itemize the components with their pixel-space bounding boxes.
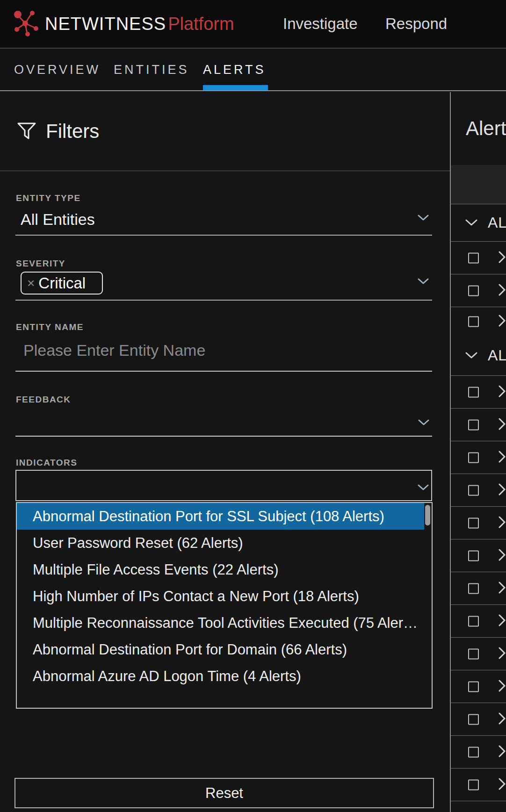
- filters-title: Filters: [46, 120, 99, 143]
- alert-row-expand-chevron-icon[interactable]: [499, 712, 506, 726]
- indicators-select[interactable]: [15, 470, 432, 501]
- entity-type-chevron-down-icon[interactable]: [418, 215, 429, 221]
- reset-button[interactable]: Reset: [14, 778, 434, 808]
- group-collapse-chevron-icon[interactable]: [465, 352, 477, 359]
- alert-row-expand-chevron-icon[interactable]: [499, 549, 506, 563]
- alert-row-expand-chevron-icon[interactable]: [499, 451, 506, 465]
- indicators-label: INDICATORS: [16, 458, 77, 468]
- alert-row: [451, 670, 506, 703]
- alert-row-checkbox[interactable]: [468, 252, 479, 263]
- alert-row-checkbox[interactable]: [468, 452, 479, 463]
- filters-header: Filters: [17, 120, 99, 143]
- alert-row-checkbox[interactable]: [468, 550, 479, 561]
- filters-divider: [0, 171, 450, 171]
- tab-alerts[interactable]: ALERTS: [203, 50, 266, 90]
- indicator-option[interactable]: Multiple Reconnaissance Tool Activities …: [17, 610, 432, 636]
- alerts-panel-title: Alert: [466, 92, 506, 165]
- tab-bar: OVERVIEW ENTITIES ALERTS: [0, 50, 506, 91]
- entity-type-underline: [15, 235, 432, 236]
- feedback-chevron-down-icon[interactable]: [418, 419, 429, 426]
- alert-row: [451, 441, 506, 474]
- alerts-table-rows: ALLALL: [451, 204, 506, 801]
- indicator-option[interactable]: User Password Reset (62 Alerts): [17, 530, 432, 556]
- alert-row-checkbox[interactable]: [468, 681, 479, 692]
- alert-row: [451, 539, 506, 572]
- alert-row-checkbox[interactable]: [468, 387, 479, 397]
- app-header: NETWITNESS Platform Investigate Respond: [0, 0, 506, 49]
- indicator-option[interactable]: Abnormal Azure AD Logon Time (4 Alerts): [17, 663, 432, 690]
- alert-row-expand-chevron-icon[interactable]: [499, 745, 506, 759]
- alert-row: [451, 638, 506, 670]
- indicators-option-list: Abnormal Destination Port for SSL Subjec…: [16, 502, 433, 709]
- alert-row: [451, 274, 506, 307]
- top-nav: Investigate Respond: [0, 0, 506, 48]
- indicator-option[interactable]: Abnormal Destination Port for SSL Subjec…: [17, 503, 424, 530]
- alert-row: [451, 242, 506, 274]
- alert-group-row[interactable]: ALL: [451, 204, 506, 242]
- alert-row-checkbox[interactable]: [468, 779, 479, 790]
- indicator-option[interactable]: Multiple File Access Events (22 Alerts): [17, 556, 432, 583]
- severity-chevron-down-icon[interactable]: [418, 278, 429, 285]
- chip-remove-icon[interactable]: ×: [27, 276, 35, 291]
- alert-row-expand-chevron-icon[interactable]: [499, 315, 506, 329]
- alerts-panel: Alert ALLALL: [450, 92, 506, 812]
- entity-name-underline: [15, 371, 432, 372]
- alert-row-checkbox[interactable]: [468, 648, 479, 659]
- alert-row-checkbox[interactable]: [468, 419, 479, 430]
- alert-row-checkbox[interactable]: [468, 517, 479, 528]
- alert-row-checkbox[interactable]: [468, 485, 479, 496]
- nav-respond[interactable]: Respond: [385, 0, 447, 48]
- alert-row-checkbox[interactable]: [468, 616, 479, 626]
- alert-row: [451, 376, 506, 409]
- alert-row-checkbox[interactable]: [468, 583, 479, 594]
- chip-label: Critical: [38, 274, 86, 292]
- alert-row-expand-chevron-icon[interactable]: [499, 516, 506, 530]
- severity-chip-critical[interactable]: × Critical: [21, 272, 103, 295]
- severity-underline: [15, 300, 432, 301]
- alert-row-expand-chevron-icon[interactable]: [499, 647, 506, 661]
- indicators-chevron-down-icon[interactable]: [418, 484, 429, 491]
- severity-label: SEVERITY: [16, 259, 65, 269]
- indicator-option[interactable]: Abnormal Destination Port for Domain (66…: [17, 636, 432, 663]
- feedback-label: FEEDBACK: [16, 395, 71, 405]
- alert-row: [451, 769, 506, 801]
- alert-row-checkbox[interactable]: [468, 316, 479, 327]
- alert-row-expand-chevron-icon[interactable]: [499, 251, 506, 265]
- alert-row: [451, 703, 506, 736]
- alert-row: [451, 507, 506, 539]
- entity-type-label: ENTITY TYPE: [16, 193, 81, 203]
- alert-row-checkbox[interactable]: [468, 714, 479, 725]
- alert-row-expand-chevron-icon[interactable]: [499, 582, 506, 596]
- alert-row: [451, 572, 506, 605]
- alert-row: [451, 307, 506, 336]
- alert-row: [451, 474, 506, 507]
- alert-group-row[interactable]: ALL: [451, 336, 506, 376]
- option-list-scrollbar[interactable]: [425, 505, 430, 525]
- filter-funnel-icon: [17, 122, 36, 141]
- alert-row-expand-chevron-icon[interactable]: [499, 483, 506, 497]
- alert-row-expand-chevron-icon[interactable]: [499, 385, 506, 399]
- group-collapse-chevron-icon[interactable]: [465, 219, 477, 226]
- alert-group-label: ALL: [488, 214, 506, 231]
- alert-row-checkbox[interactable]: [468, 747, 479, 757]
- tab-overview[interactable]: OVERVIEW: [14, 50, 101, 90]
- alert-row-checkbox[interactable]: [468, 285, 479, 296]
- nav-investigate[interactable]: Investigate: [283, 0, 358, 48]
- alert-row: [451, 605, 506, 638]
- entity-type-value[interactable]: All Entities: [21, 210, 95, 229]
- alert-row: [451, 736, 506, 769]
- alert-row: [451, 409, 506, 441]
- alert-row-expand-chevron-icon[interactable]: [499, 680, 506, 694]
- filters-panel: Filters ENTITY TYPE All Entities SEVERIT…: [0, 92, 450, 812]
- alert-row-expand-chevron-icon[interactable]: [499, 284, 506, 298]
- alert-row-expand-chevron-icon[interactable]: [499, 614, 506, 628]
- tab-entities[interactable]: ENTITIES: [114, 50, 189, 90]
- entity-name-label: ENTITY NAME: [16, 322, 84, 332]
- alert-row-expand-chevron-icon[interactable]: [499, 778, 506, 792]
- entity-name-input[interactable]: [23, 339, 398, 361]
- feedback-underline: [15, 436, 432, 437]
- indicator-option[interactable]: High Number of IPs Contact a New Port (1…: [17, 583, 432, 610]
- alerts-table-header: [451, 165, 506, 204]
- alert-group-label: ALL: [488, 347, 506, 364]
- alert-row-expand-chevron-icon[interactable]: [499, 418, 506, 432]
